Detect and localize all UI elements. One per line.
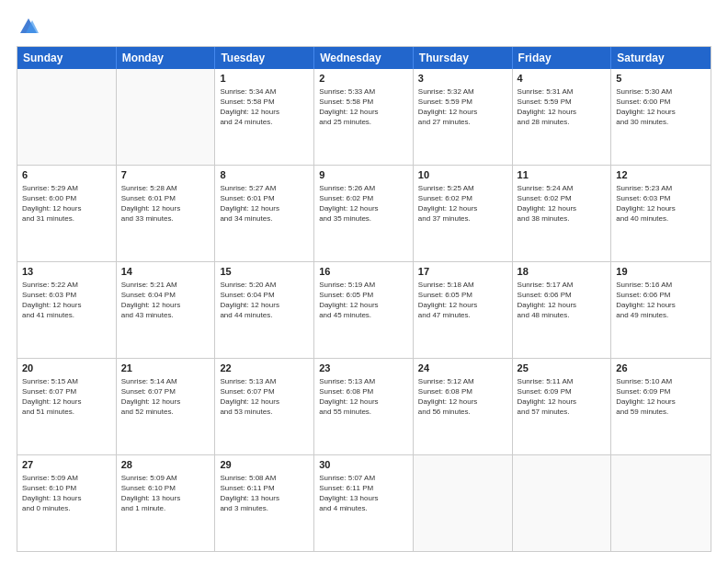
day-number: 15 [220,265,309,279]
page: SundayMondayTuesdayWednesdayThursdayFrid… [0,0,728,563]
day-number: 11 [518,168,607,182]
day-number: 30 [319,458,408,472]
day-number: 17 [418,265,507,279]
cal-cell: 6Sunrise: 5:29 AM Sunset: 6:00 PM Daylig… [17,166,117,261]
cal-cell: 14Sunrise: 5:21 AM Sunset: 6:04 PM Dayli… [117,262,216,358]
cal-cell [513,455,612,551]
cell-info: Sunrise: 5:09 AM Sunset: 6:10 PM Dayligh… [121,473,210,514]
cell-info: Sunrise: 5:11 AM Sunset: 6:09 PM Dayligh… [518,376,607,418]
cal-cell: 28Sunrise: 5:09 AM Sunset: 6:10 PM Dayli… [117,455,216,551]
cell-info: Sunrise: 5:33 AM Sunset: 5:58 PM Dayligh… [319,86,408,128]
day-number: 24 [418,362,507,375]
cal-cell [117,69,216,165]
cell-info: Sunrise: 5:22 AM Sunset: 6:03 PM Dayligh… [22,280,111,321]
day-number: 8 [220,168,309,182]
cell-info: Sunrise: 5:20 AM Sunset: 6:04 PM Dayligh… [220,280,309,321]
day-header-friday: Friday [513,47,612,69]
cal-cell: 25Sunrise: 5:11 AM Sunset: 6:09 PM Dayli… [513,359,612,454]
cal-cell: 29Sunrise: 5:08 AM Sunset: 6:11 PM Dayli… [215,455,314,551]
cal-cell: 30Sunrise: 5:07 AM Sunset: 6:11 PM Dayli… [314,455,414,551]
cell-info: Sunrise: 5:28 AM Sunset: 6:01 PM Dayligh… [121,183,210,224]
cal-cell: 12Sunrise: 5:23 AM Sunset: 6:03 PM Dayli… [611,166,711,261]
cal-cell: 16Sunrise: 5:19 AM Sunset: 6:05 PM Dayli… [314,262,414,358]
cal-cell: 24Sunrise: 5:12 AM Sunset: 6:08 PM Dayli… [414,359,513,454]
cal-cell [611,455,711,551]
day-number: 20 [22,362,111,375]
cell-info: Sunrise: 5:21 AM Sunset: 6:04 PM Dayligh… [121,280,210,321]
cal-cell: 23Sunrise: 5:13 AM Sunset: 6:08 PM Dayli… [314,359,414,454]
day-header-tuesday: Tuesday [215,47,314,69]
calendar-body: 1Sunrise: 5:34 AM Sunset: 5:58 PM Daylig… [17,69,711,551]
day-number: 16 [319,265,408,279]
calendar-header: SundayMondayTuesdayWednesdayThursdayFrid… [17,47,711,69]
cell-info: Sunrise: 5:19 AM Sunset: 6:05 PM Dayligh… [319,280,408,321]
cal-cell: 19Sunrise: 5:16 AM Sunset: 6:06 PM Dayli… [611,262,711,358]
cell-info: Sunrise: 5:31 AM Sunset: 5:59 PM Dayligh… [518,86,607,128]
cell-info: Sunrise: 5:14 AM Sunset: 6:07 PM Dayligh… [121,376,210,418]
cal-cell: 20Sunrise: 5:15 AM Sunset: 6:07 PM Dayli… [17,359,117,454]
day-number: 18 [518,265,607,279]
day-number: 7 [121,168,210,182]
logo-icon [18,17,39,37]
cal-cell: 13Sunrise: 5:22 AM Sunset: 6:03 PM Dayli… [17,262,117,358]
cal-cell: 18Sunrise: 5:17 AM Sunset: 6:06 PM Dayli… [513,262,612,358]
day-number: 9 [319,168,408,182]
cell-info: Sunrise: 5:13 AM Sunset: 6:07 PM Dayligh… [220,376,309,418]
day-number: 14 [121,265,210,279]
cal-cell: 15Sunrise: 5:20 AM Sunset: 6:04 PM Dayli… [215,262,314,358]
cell-info: Sunrise: 5:30 AM Sunset: 6:00 PM Dayligh… [616,86,706,128]
cal-cell: 22Sunrise: 5:13 AM Sunset: 6:07 PM Dayli… [215,359,314,454]
day-number: 13 [22,265,111,279]
cal-cell: 26Sunrise: 5:10 AM Sunset: 6:09 PM Dayli… [611,359,711,454]
cell-info: Sunrise: 5:23 AM Sunset: 6:03 PM Dayligh… [616,183,706,224]
day-number: 19 [616,265,706,279]
cell-info: Sunrise: 5:25 AM Sunset: 6:02 PM Dayligh… [418,183,507,224]
cal-cell: 21Sunrise: 5:14 AM Sunset: 6:07 PM Dayli… [117,359,216,454]
day-number: 6 [22,168,111,182]
week-row-4: 27Sunrise: 5:09 AM Sunset: 6:10 PM Dayli… [17,454,711,551]
cell-info: Sunrise: 5:09 AM Sunset: 6:10 PM Dayligh… [22,473,111,514]
cal-cell: 5Sunrise: 5:30 AM Sunset: 6:00 PM Daylig… [611,69,711,165]
cal-cell: 4Sunrise: 5:31 AM Sunset: 5:59 PM Daylig… [513,69,612,165]
day-number: 10 [418,168,507,182]
week-row-0: 1Sunrise: 5:34 AM Sunset: 5:58 PM Daylig… [17,69,711,165]
cell-info: Sunrise: 5:26 AM Sunset: 6:02 PM Dayligh… [319,183,408,224]
cal-cell [414,455,513,551]
cal-cell: 3Sunrise: 5:32 AM Sunset: 5:59 PM Daylig… [414,69,513,165]
week-row-1: 6Sunrise: 5:29 AM Sunset: 6:00 PM Daylig… [17,165,711,261]
day-number: 5 [616,72,706,86]
cal-cell [17,69,117,165]
day-number: 28 [121,458,210,472]
cell-info: Sunrise: 5:13 AM Sunset: 6:08 PM Dayligh… [319,376,408,418]
cal-cell: 11Sunrise: 5:24 AM Sunset: 6:02 PM Dayli… [513,166,612,261]
calendar: SundayMondayTuesdayWednesdayThursdayFrid… [17,46,711,552]
cal-cell: 7Sunrise: 5:28 AM Sunset: 6:01 PM Daylig… [117,166,216,261]
logo [17,17,39,37]
cell-info: Sunrise: 5:18 AM Sunset: 6:05 PM Dayligh… [418,280,507,321]
week-row-2: 13Sunrise: 5:22 AM Sunset: 6:03 PM Dayli… [17,261,711,358]
cal-cell: 2Sunrise: 5:33 AM Sunset: 5:58 PM Daylig… [314,69,414,165]
cal-cell: 9Sunrise: 5:26 AM Sunset: 6:02 PM Daylig… [314,166,414,261]
day-number: 25 [518,362,607,375]
cal-cell: 1Sunrise: 5:34 AM Sunset: 5:58 PM Daylig… [215,69,314,165]
day-header-saturday: Saturday [611,47,711,69]
cell-info: Sunrise: 5:32 AM Sunset: 5:59 PM Dayligh… [418,86,507,128]
cell-info: Sunrise: 5:08 AM Sunset: 6:11 PM Dayligh… [220,473,309,514]
day-number: 27 [22,458,111,472]
day-header-sunday: Sunday [17,47,117,69]
cell-info: Sunrise: 5:07 AM Sunset: 6:11 PM Dayligh… [319,473,408,514]
header [17,17,711,37]
day-header-wednesday: Wednesday [314,47,414,69]
day-number: 4 [518,72,607,86]
day-number: 22 [220,362,309,375]
day-number: 1 [220,72,309,86]
cell-info: Sunrise: 5:24 AM Sunset: 6:02 PM Dayligh… [518,183,607,224]
day-header-thursday: Thursday [414,47,513,69]
cell-info: Sunrise: 5:27 AM Sunset: 6:01 PM Dayligh… [220,183,309,224]
cell-info: Sunrise: 5:29 AM Sunset: 6:00 PM Dayligh… [22,183,111,224]
day-header-monday: Monday [117,47,216,69]
cell-info: Sunrise: 5:17 AM Sunset: 6:06 PM Dayligh… [518,280,607,321]
cal-cell: 27Sunrise: 5:09 AM Sunset: 6:10 PM Dayli… [17,455,117,551]
day-number: 21 [121,362,210,375]
cell-info: Sunrise: 5:12 AM Sunset: 6:08 PM Dayligh… [418,376,507,418]
